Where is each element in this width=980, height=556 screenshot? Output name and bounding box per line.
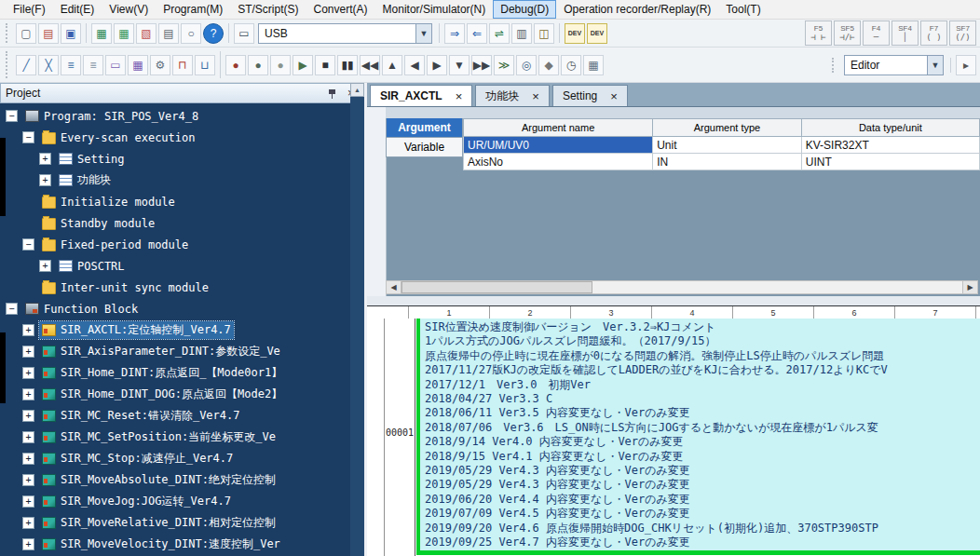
menu-item[interactable]: File(F) [6, 0, 53, 19]
toolbar-icon[interactable]: DEV [565, 23, 585, 44]
toolbar-icon[interactable]: ● [248, 55, 268, 75]
menu-item[interactable]: ST/Script(S) [230, 0, 306, 19]
toolbar-icon[interactable]: ╳ [38, 55, 59, 75]
chevron-down-icon[interactable]: ▼ [927, 56, 943, 75]
toolbar-icon[interactable]: ◫ [534, 23, 554, 44]
toolbar-icon[interactable]: ▦ [583, 55, 604, 75]
toolbar-icon[interactable]: ▦ [128, 55, 148, 75]
scrollbar-thumb[interactable] [402, 281, 592, 293]
toolbar-icon[interactable]: ╱ [16, 55, 36, 75]
tree-item[interactable]: SIR_AXCTL:定位轴控制_Ver4.7 [0, 319, 364, 341]
toolbar-icon[interactable]: ◷ [561, 55, 581, 75]
toolbar-icon[interactable]: ▶▶ [471, 55, 492, 75]
toolbar-icon[interactable]: ▢ [16, 23, 36, 44]
expander-icon[interactable] [22, 495, 34, 508]
toolbar-icon[interactable]: ▶ [427, 55, 447, 75]
function-key-button[interactable]: SF7 (/) [949, 20, 976, 46]
toolbar-icon[interactable]: ⇒ [444, 23, 465, 44]
toolbar-icon[interactable]: ◀◀ [360, 55, 380, 75]
tree-item[interactable]: SIR_MC_SetPosition:当前坐标更改_Ve [0, 427, 364, 448]
tree-item[interactable]: SIR_MC_Reset:错误清除_Ver4.7 [0, 405, 364, 427]
toolbar-icon[interactable]: ▲ [382, 55, 402, 75]
toolbar-icon[interactable]: ▼ [449, 55, 470, 75]
toolbar-icon[interactable]: ○ [181, 23, 201, 44]
toolbar-icon[interactable]: ▭ [105, 55, 126, 75]
toolbar-icon[interactable]: ▥ [511, 23, 532, 44]
menu-item[interactable]: Tool(T) [718, 0, 768, 19]
expander-icon[interactable] [22, 367, 34, 379]
toolbar-icon[interactable]: ▶ [293, 55, 313, 75]
data-type-cell[interactable]: KV-SIR32XT [802, 137, 980, 154]
toolbar-icon[interactable]: DEV [587, 23, 607, 44]
tree-item[interactable]: 功能块 [0, 170, 364, 191]
menu-item[interactable]: Operation recorder/Replay(R) [556, 0, 718, 19]
tree-item[interactable]: POSCTRL [0, 255, 364, 277]
rung-comment-block[interactable]: SIR位置決め速度制御バージョン Ver.3.2⇒KJコメント1パルス方式のJO… [420, 319, 980, 550]
menu-item[interactable]: Monitor/Simulator(N) [375, 0, 494, 19]
horizontal-scrollbar[interactable]: ◀ ▶ [386, 280, 978, 294]
toolbar-icon[interactable]: ▤ [38, 23, 59, 44]
toolbar-icon[interactable]: ◀ [404, 55, 425, 75]
expander-icon[interactable] [22, 324, 34, 336]
overflow-icon[interactable]: ▸ [956, 55, 976, 75]
chevron-down-icon[interactable]: ▼ [415, 24, 431, 43]
editor-tab[interactable]: Setting × [552, 85, 628, 106]
expander-icon[interactable] [22, 388, 34, 400]
tree-item[interactable]: SIR_MoveAbsolute_DINT:绝对定位控制 [0, 469, 364, 491]
tree-item[interactable]: Standby module [0, 212, 364, 234]
toolbar-icon[interactable]: ● [270, 55, 291, 75]
toolbar-icon[interactable]: ≡ [83, 55, 103, 75]
expander-icon[interactable] [39, 174, 51, 186]
close-tab-icon[interactable]: × [610, 89, 618, 103]
tree-item[interactable]: SIR_AxisParameter_DINT:参数设定_Ve [0, 341, 364, 362]
tree-item[interactable]: SIR_Home_DINT_DOG:原点返回【Mode2】 [0, 384, 364, 405]
tree-item[interactable]: SIR_Home_DINT:原点返回_【Mode0or1】 [0, 362, 364, 384]
menu-item[interactable]: Debug(D) [493, 0, 556, 19]
expander-icon[interactable] [22, 410, 34, 422]
expander-icon[interactable] [22, 474, 34, 486]
tree-item[interactable]: Inter-unit sync module [0, 277, 364, 298]
table-row[interactable]: UR/UM/UV0 Unit KV-SIR32XT [463, 137, 980, 154]
scroll-left-icon[interactable]: ◀ [387, 281, 402, 293]
tree-item[interactable]: Initialize module [0, 191, 364, 212]
toolbar-icon[interactable]: ◎ [516, 55, 537, 75]
editor-tab[interactable]: SIR_AXCTL × [370, 85, 472, 106]
side-tab[interactable]: Argument [386, 118, 463, 138]
expander-icon[interactable] [39, 260, 51, 272]
toolbar-icon[interactable]: ▮▮ [337, 55, 358, 75]
editor-mode-selector[interactable]: Editor ▼ [844, 55, 944, 75]
function-key-button[interactable]: F5 ⊣ ⊢ [805, 20, 832, 46]
expander-icon[interactable] [6, 110, 18, 122]
menu-item[interactable]: Program(M) [156, 0, 230, 19]
toolbar-icon[interactable]: ? [203, 23, 224, 44]
panel-splitter[interactable] [367, 296, 980, 305]
expander-icon[interactable] [6, 303, 18, 315]
menu-item[interactable]: Edit(E) [53, 0, 102, 19]
toolbar-icon[interactable]: ▣ [61, 23, 81, 44]
toolbar-icon[interactable]: ⊓ [172, 55, 193, 75]
expander-icon[interactable] [22, 131, 34, 143]
tree-item[interactable]: SIR_MoveVelocity_DINT:速度控制_Ver [0, 534, 364, 555]
expander-icon[interactable] [22, 453, 34, 465]
toolbar-icon[interactable]: ■ [315, 55, 335, 75]
scroll-right-icon[interactable]: ▶ [962, 281, 977, 293]
expander-icon[interactable] [22, 238, 34, 251]
rung-number-gutter[interactable]: 00001 [384, 319, 415, 556]
toolbar-icon[interactable]: ▧ [136, 23, 157, 44]
tree-item[interactable]: Every-scan execution [0, 127, 364, 148]
toolbar-icon[interactable]: ≡ [61, 55, 81, 75]
function-key-button[interactable]: F4 ─ [863, 20, 890, 46]
argument-name-cell[interactable]: AxisNo [463, 154, 653, 170]
function-key-button[interactable]: F7 ( ) [920, 20, 947, 46]
tree-item[interactable]: Fixed-period module [0, 234, 364, 255]
toolbar-grip[interactable] [832, 58, 838, 73]
toolbar-grip[interactable] [6, 23, 12, 43]
toolbar-icon[interactable]: ≫ [494, 55, 514, 75]
toolbar-icon[interactable]: ▦ [91, 23, 112, 44]
toolbar-icon[interactable]: ▦ [114, 23, 134, 44]
pin-icon[interactable] [324, 86, 340, 102]
argument-name-cell[interactable]: UR/UM/UV0 [463, 137, 653, 154]
toolbar-icon[interactable]: ▤ [158, 23, 179, 44]
toolbar-grip[interactable] [6, 51, 12, 78]
tree-item[interactable]: SIR_MoveJog:JOG运转_Ver4.7 [0, 491, 364, 512]
